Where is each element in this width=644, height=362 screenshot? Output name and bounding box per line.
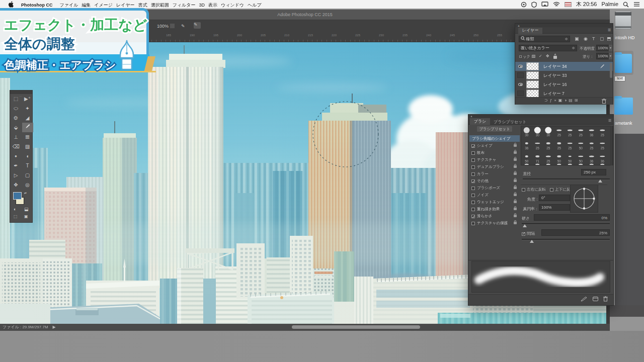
svg-text:50: 50 bbox=[525, 159, 529, 163]
svg-text:25: 25 bbox=[568, 146, 572, 150]
svg-text:25: 25 bbox=[590, 146, 594, 150]
svg-text:50: 50 bbox=[579, 146, 583, 150]
svg-text:25: 25 bbox=[536, 146, 540, 150]
svg-text:36: 36 bbox=[525, 146, 529, 150]
svg-text:25: 25 bbox=[557, 133, 561, 137]
svg-text:36: 36 bbox=[590, 133, 594, 137]
svg-text:25: 25 bbox=[557, 146, 561, 150]
svg-text:30: 30 bbox=[525, 133, 529, 137]
svg-text:30: 30 bbox=[536, 133, 540, 137]
svg-text:50: 50 bbox=[557, 159, 561, 163]
svg-text:25: 25 bbox=[568, 133, 572, 137]
svg-text:25: 25 bbox=[601, 146, 605, 150]
svg-text:25: 25 bbox=[546, 159, 550, 163]
svg-text:50: 50 bbox=[579, 159, 583, 163]
svg-text:25: 25 bbox=[546, 146, 550, 150]
svg-text:30: 30 bbox=[546, 133, 550, 137]
svg-text:71: 71 bbox=[536, 159, 540, 163]
svg-text:36: 36 bbox=[590, 159, 594, 163]
svg-text:25: 25 bbox=[579, 133, 583, 137]
svg-text:25: 25 bbox=[601, 133, 605, 137]
svg-text:36: 36 bbox=[601, 159, 605, 163]
svg-text:50: 50 bbox=[568, 159, 572, 163]
